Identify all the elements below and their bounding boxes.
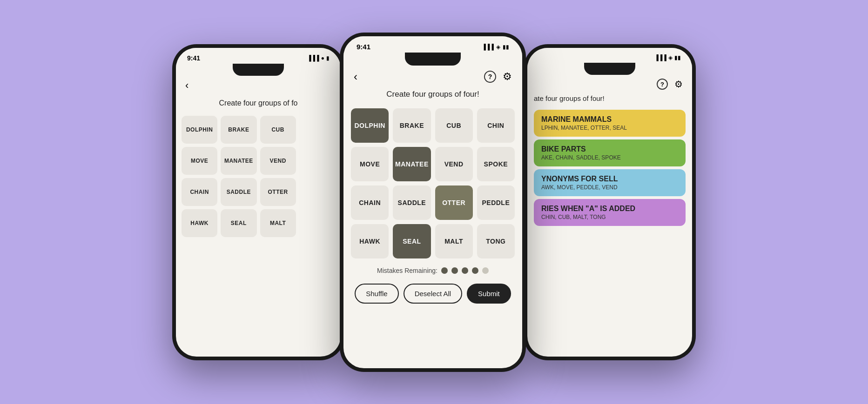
left-nav: ‹ [176, 76, 341, 95]
bike-parts-words: AKE, CHAIN, SADDLE, SPOKE [541, 154, 678, 161]
center-phone: 9:41 ▐▐▐ ◈ ▮▮ ‹ ? ⚙ Create four groups o… [340, 33, 526, 372]
tile-empty3 [299, 178, 335, 206]
tile-brake[interactable]: BRAKE [221, 116, 256, 144]
tile-dolphin[interactable]: DOLPHIN [182, 116, 217, 144]
result-cries-a: RIES WHEN "A" IS ADDED CHIN, CUB, MALT, … [534, 199, 686, 226]
center-tile-seal[interactable]: SEAL [393, 224, 431, 258]
mistakes-remaining: Mistakes Remaining: [343, 261, 522, 280]
tile-move[interactable]: MOVE [182, 147, 217, 175]
center-tile-manatee[interactable]: MANATEE [393, 147, 431, 181]
tile-otter[interactable]: OTTER [260, 178, 296, 206]
marine-mammals-words: LPHIN, MANATEE, OTTER, SEAL [541, 125, 678, 131]
tile-empty4 [299, 209, 335, 237]
tile-empty1 [299, 116, 335, 144]
center-wifi-icon: ◈ [496, 44, 500, 50]
tile-chain[interactable]: CHAIN [182, 178, 217, 206]
center-notch [405, 53, 461, 66]
bike-parts-title: BIKE PARTS [541, 145, 678, 153]
cries-a-words: CHIN, CUB, MALT, TONG [541, 214, 678, 220]
center-tile-chin[interactable]: CHIN [477, 108, 515, 143]
right-phone: ▐▐▐ ◈ ▮▮ ? ⚙ ate four groups of four! MA… [524, 44, 696, 360]
right-settings-icon[interactable]: ⚙ [674, 79, 683, 90]
submit-button[interactable]: Submit [467, 284, 511, 304]
tile-empty2 [299, 147, 335, 175]
result-bike-parts: BIKE PARTS AKE, CHAIN, SADDLE, SPOKE [534, 139, 686, 166]
left-word-grid: DOLPHIN BRAKE CUB MOVE MANATEE VEND CHAI… [176, 113, 341, 240]
dot-2 [451, 267, 458, 274]
center-tile-dolphin[interactable]: DOLPHIN [351, 108, 389, 143]
right-game-title: ate four groups of four! [527, 93, 692, 107]
center-tile-cub[interactable]: CUB [435, 108, 473, 143]
center-tile-move[interactable]: MOVE [351, 147, 389, 181]
cries-a-title: RIES WHEN "A" IS ADDED [541, 205, 678, 213]
shuffle-button[interactable]: Shuffle [355, 284, 398, 304]
center-tile-malt[interactable]: MALT [435, 224, 473, 258]
wifi-icon: ● [321, 55, 324, 61]
settings-icon[interactable]: ⚙ [503, 71, 512, 83]
center-tile-vend[interactable]: VEND [435, 147, 473, 181]
dot-5 [482, 267, 489, 274]
right-wifi-icon: ◈ [668, 54, 673, 61]
center-word-grid: DOLPHIN BRAKE CUB CHIN MOVE MANATEE VEND… [343, 106, 522, 261]
tile-cub[interactable]: CUB [260, 116, 296, 144]
tile-seal[interactable]: SEAL [221, 209, 256, 237]
dot-3 [462, 267, 468, 274]
center-battery-icon: ▮▮ [503, 44, 509, 50]
left-notch [233, 64, 284, 76]
tile-malt[interactable]: MALT [260, 209, 296, 237]
right-notch [584, 63, 635, 75]
center-nav: ‹ ? ⚙ [343, 66, 522, 88]
tile-hawk[interactable]: HAWK [182, 209, 217, 237]
marine-mammals-title: MARINE MAMMALS [541, 115, 678, 124]
mistakes-label: Mistakes Remaining: [377, 267, 437, 274]
center-tile-brake[interactable]: BRAKE [393, 108, 431, 143]
right-battery-icon: ▮▮ [674, 54, 681, 61]
right-signal-icon: ▐▐▐ [654, 54, 666, 61]
result-synonyms-sell: YNONYMS FOR SELL AWK, MOVE, PEDDLE, VEND [534, 169, 686, 196]
center-tile-chain[interactable]: CHAIN [351, 185, 389, 220]
battery-icon: ▮ [326, 55, 330, 61]
help-icon[interactable]: ? [484, 71, 496, 83]
center-tile-tong[interactable]: TONG [477, 224, 515, 258]
results-container: MARINE MAMMALS LPHIN, MANATEE, OTTER, SE… [527, 110, 692, 226]
dot-4 [472, 267, 478, 274]
tile-saddle[interactable]: SADDLE [221, 178, 256, 206]
center-tile-peddle[interactable]: PEDDLE [477, 185, 515, 220]
synonyms-sell-words: AWK, MOVE, PEDDLE, VEND [541, 184, 678, 191]
center-back-icon[interactable]: ‹ [354, 70, 357, 83]
right-help-icon[interactable]: ? [657, 79, 668, 90]
center-signal-icon: ▐▐▐ [482, 44, 494, 50]
center-tile-hawk[interactable]: HAWK [351, 224, 389, 258]
left-game-title: Create four groups of fo [176, 95, 341, 113]
result-marine-mammals: MARINE MAMMALS LPHIN, MANATEE, OTTER, SE… [534, 110, 686, 137]
center-tile-saddle[interactable]: SADDLE [393, 185, 431, 220]
center-game-title: Create four groups of four! [343, 88, 522, 106]
left-phone: 9:41 ▐▐▐ ● ▮ ‹ Create four groups of fo … [172, 44, 344, 360]
back-icon[interactable]: ‹ [185, 79, 188, 92]
deselect-button[interactable]: Deselect All [404, 284, 462, 304]
dot-1 [441, 267, 448, 274]
right-nav: ? ⚙ [527, 75, 692, 93]
left-phone-time: 9:41 [187, 54, 200, 62]
tile-manatee[interactable]: MANATEE [221, 147, 256, 175]
signal-icon: ▐▐▐ [307, 55, 319, 61]
tile-vend[interactable]: VEND [260, 147, 296, 175]
center-tile-spoke[interactable]: SPOKE [477, 147, 515, 181]
synonyms-sell-title: YNONYMS FOR SELL [541, 175, 678, 183]
center-tile-otter[interactable]: OTTER [435, 185, 473, 220]
center-phone-time: 9:41 [357, 43, 370, 51]
action-buttons: Shuffle Deselect All Submit [343, 280, 522, 311]
